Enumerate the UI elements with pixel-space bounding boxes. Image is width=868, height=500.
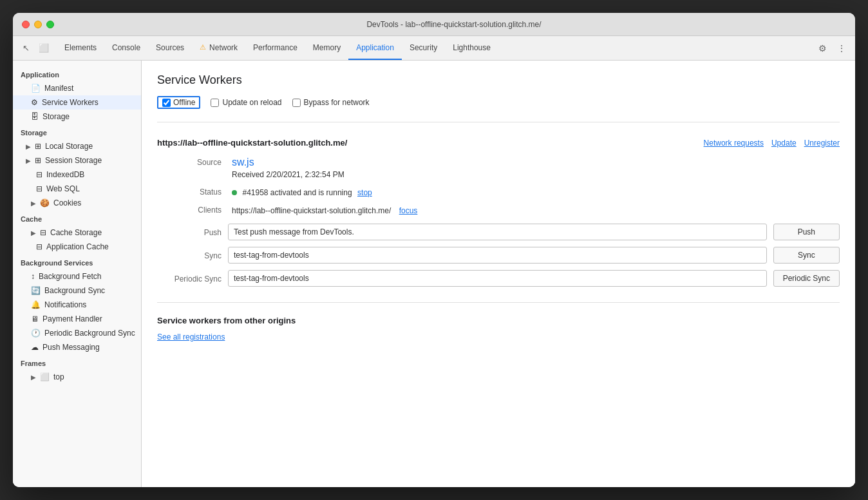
- sidebar-item-bg-fetch-label: Background Fetch: [39, 272, 101, 281]
- sidebar-item-manifest-label: Manifest: [44, 84, 73, 93]
- tab-network[interactable]: ⚠ Network: [192, 36, 245, 60]
- close-button[interactable]: [22, 21, 30, 28]
- divider-top: [157, 122, 840, 122]
- tab-elements[interactable]: Elements: [57, 36, 104, 60]
- expand-frames-icon: ▶: [31, 374, 36, 381]
- unregister-link[interactable]: Unregister: [804, 139, 840, 148]
- sw-entry: https://lab--offline-quickstart-solution…: [157, 133, 840, 292]
- push-button[interactable]: Push: [773, 224, 840, 240]
- payment-handler-icon: 🖥: [31, 314, 39, 323]
- client-url: https://lab--offline-quickstart-solution…: [232, 206, 391, 215]
- update-link[interactable]: Update: [771, 139, 797, 148]
- divider-bottom: [157, 302, 840, 303]
- sidebar-item-indexeddb[interactable]: ⊟ IndexedDB: [13, 168, 141, 182]
- bg-fetch-icon: ↕: [31, 272, 35, 281]
- sidebar: Application 📄 Manifest ⚙ Service Workers…: [13, 61, 142, 487]
- minimize-button[interactable]: [34, 21, 42, 28]
- sidebar-item-session-storage-label: Session Storage: [45, 156, 102, 165]
- offline-checkbox[interactable]: [162, 99, 171, 107]
- sidebar-section-storage: Storage: [13, 124, 141, 139]
- bypass-for-network-checkbox[interactable]: [292, 99, 301, 107]
- other-origins-title: Service workers from other origins: [157, 316, 840, 325]
- offline-checkbox-label[interactable]: Offline: [157, 96, 200, 109]
- settings-icon[interactable]: ⚙: [814, 40, 831, 57]
- sidebar-item-local-storage-label: Local Storage: [45, 142, 93, 151]
- sidebar-item-cookies[interactable]: ▶ 🍪 Cookies: [13, 196, 141, 210]
- session-storage-icon: ⊞: [35, 156, 41, 165]
- expand-session-storage-icon: ▶: [26, 157, 31, 164]
- sidebar-item-bg-fetch[interactable]: ↕ Background Fetch: [13, 269, 141, 284]
- expand-cookies-icon: ▶: [31, 200, 36, 207]
- notifications-icon: 🔔: [31, 300, 41, 309]
- tabs-bar: ↖ ⬜ Elements Console Sources ⚠ Network: [13, 36, 855, 61]
- tab-security[interactable]: Security: [402, 36, 445, 60]
- status-text: #41958 activated and is running: [242, 188, 352, 197]
- sidebar-item-cookies-label: Cookies: [53, 198, 81, 207]
- sidebar-item-storage-label: Storage: [42, 112, 70, 121]
- sidebar-item-notifications[interactable]: 🔔 Notifications: [13, 298, 141, 312]
- sidebar-item-storage-app[interactable]: 🗄 Storage: [13, 110, 141, 124]
- sidebar-item-service-workers[interactable]: ⚙ Service Workers: [13, 95, 141, 110]
- received-text: Received 2/20/2021, 2:32:54 PM: [232, 170, 344, 179]
- tab-lighthouse[interactable]: Lighthouse: [445, 36, 498, 60]
- bypass-for-network-label[interactable]: Bypass for network: [292, 98, 370, 107]
- sidebar-item-sw-label: Service Workers: [42, 98, 99, 107]
- sw-js-link[interactable]: sw.js: [232, 157, 254, 168]
- sidebar-item-notifications-label: Notifications: [44, 300, 86, 309]
- app-cache-icon: ⊟: [36, 242, 42, 251]
- update-on-reload-label[interactable]: Update on reload: [211, 98, 281, 107]
- sw-actions: Network requests Update Unregister: [704, 139, 840, 148]
- cursor-icon[interactable]: ↖: [18, 41, 33, 56]
- periodic-sync-input[interactable]: [228, 270, 767, 287]
- titlebar: DevTools - lab--offline-quickstart-solut…: [13, 13, 855, 36]
- sidebar-item-session-storage[interactable]: ▶ ⊞ Session Storage: [13, 153, 141, 168]
- sidebar-item-frames-top[interactable]: ▶ ⬜ top: [13, 370, 141, 384]
- device-icon[interactable]: ⬜: [36, 41, 52, 56]
- periodic-sync-icon: 🕐: [31, 329, 41, 338]
- main-area: Application 📄 Manifest ⚙ Service Workers…: [13, 61, 855, 487]
- focus-link[interactable]: focus: [399, 206, 418, 215]
- indexeddb-icon: ⊟: [36, 170, 42, 179]
- tab-console-label: Console: [112, 43, 140, 52]
- tab-sources[interactable]: Sources: [148, 36, 192, 60]
- status-indicator: [232, 190, 237, 195]
- bg-sync-icon: 🔄: [31, 286, 41, 295]
- content-area: Service Workers Offline Update on reload…: [142, 61, 855, 487]
- tab-memory[interactable]: Memory: [305, 36, 348, 60]
- sidebar-item-push-messaging[interactable]: ☁ Push Messaging: [13, 340, 141, 354]
- source-label: Source: [157, 157, 222, 180]
- tab-elements-label: Elements: [64, 43, 97, 52]
- network-requests-link[interactable]: Network requests: [704, 139, 764, 148]
- service-workers-icon: ⚙: [31, 98, 38, 107]
- see-all-registrations-link[interactable]: See all registrations: [157, 332, 225, 341]
- sw-url: https://lab--offline-quickstart-solution…: [157, 138, 347, 148]
- sync-button[interactable]: Sync: [773, 247, 840, 264]
- periodic-sync-button[interactable]: Periodic Sync: [773, 270, 840, 287]
- tab-network-label: Network: [209, 43, 238, 52]
- maximize-button[interactable]: [46, 21, 54, 28]
- tab-console[interactable]: Console: [104, 36, 148, 60]
- sidebar-item-manifest[interactable]: 📄 Manifest: [13, 81, 141, 95]
- more-options-icon[interactable]: ⋮: [833, 40, 850, 57]
- cookies-icon: 🍪: [40, 198, 50, 207]
- push-input[interactable]: [228, 224, 767, 240]
- sidebar-item-cache-storage[interactable]: ▶ ⊟ Cache Storage: [13, 226, 141, 240]
- checkboxes-row: Offline Update on reload Bypass for netw…: [157, 96, 840, 109]
- tab-performance[interactable]: Performance: [245, 36, 305, 60]
- tab-application[interactable]: Application: [348, 36, 402, 60]
- status-label: Status: [157, 186, 222, 198]
- expand-cache-icon: ▶: [31, 229, 36, 236]
- sidebar-item-app-cache[interactable]: ⊟ Application Cache: [13, 240, 141, 254]
- sidebar-item-periodic-label: Periodic Background Sync: [44, 329, 135, 338]
- sidebar-item-bg-sync[interactable]: 🔄 Background Sync: [13, 284, 141, 298]
- sidebar-item-periodic-bg-sync[interactable]: 🕐 Periodic Background Sync: [13, 326, 141, 340]
- stop-link[interactable]: stop: [357, 188, 372, 197]
- clients-label: Clients: [157, 204, 222, 216]
- update-on-reload-checkbox[interactable]: [211, 99, 219, 107]
- sidebar-item-payment-handler[interactable]: 🖥 Payment Handler: [13, 312, 141, 326]
- sidebar-item-web-sql[interactable]: ⊟ Web SQL: [13, 182, 141, 196]
- bypass-for-network-text: Bypass for network: [304, 98, 370, 107]
- sync-input[interactable]: [228, 247, 767, 264]
- sidebar-item-local-storage[interactable]: ▶ ⊞ Local Storage: [13, 139, 141, 153]
- tab-sources-label: Sources: [156, 43, 184, 52]
